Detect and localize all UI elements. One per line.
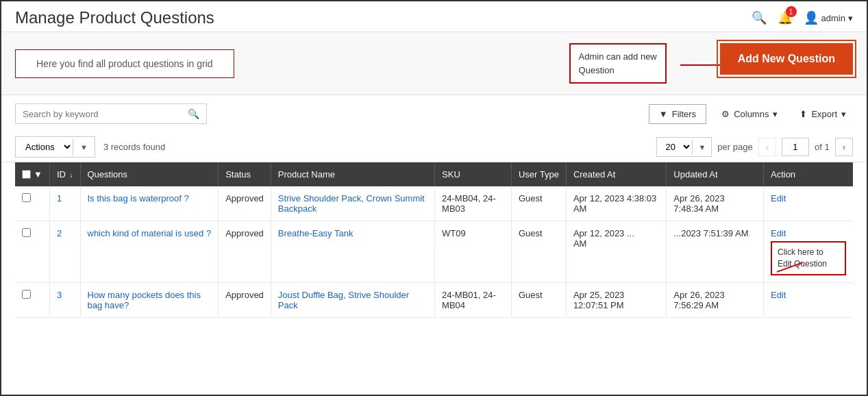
col-status[interactable]: Status [219,162,271,186]
chevron-down-icon: ▾ [848,13,853,23]
table-row: 1 Is this bag is waterproof ? Approved S… [15,186,853,221]
row2-id: 2 [49,221,80,283]
row3-created: Apr 25, 2023 12:07:51 PM [566,282,666,317]
col-product-name[interactable]: Product Name [271,162,434,186]
row3-product-link[interactable]: Joust Duffle Bag, Strive Shoulder Pack [278,290,409,310]
sub-header-banner: Here you find all product questions in g… [1,32,867,95]
next-page-button[interactable]: › [835,138,853,156]
table-row: 2 which kind of material is used ? Appro… [15,221,853,283]
page-title: Manage Product Questions [15,8,214,27]
add-new-question-button[interactable]: Add New Question [720,43,853,75]
row2-checkbox[interactable] [22,228,31,237]
id-sort-icon: ↓ [70,171,73,179]
search-box[interactable]: 🔍 [15,103,207,124]
col-action[interactable]: Action [763,162,853,186]
row3-checkbox-cell[interactable] [15,282,49,317]
gear-icon: ⚙ [721,109,730,119]
page-total: of 1 [815,142,830,152]
select-all-checkbox[interactable] [22,170,31,179]
row2-edit-link[interactable]: Edit [771,228,786,238]
row1-updated: Apr 26, 2023 7:48:34 AM [667,186,764,221]
row2-product-link[interactable]: Breathe-Easy Tank [278,228,354,238]
col-questions[interactable]: Questions [80,162,219,186]
filters-button[interactable]: ▼ Filters [649,104,706,124]
row3-user-type: Guest [511,282,566,317]
header-right: 🔍 🔔 1 👤 admin ▾ [752,10,853,25]
row3-updated: Apr 26, 2023 7:56:29 AM [667,282,764,317]
row2-user-type: Guest [511,221,566,283]
row1-status: Approved [219,186,271,221]
row1-question: Is this bag is waterproof ? [80,186,219,221]
export-icon: ⬆ [799,109,807,119]
columns-label: Columns [734,109,769,119]
records-count: 3 records found [103,142,165,152]
per-page-dropdown-icon[interactable]: ▼ [692,140,711,155]
chevron-down-icon: ▾ [773,109,778,119]
export-label: Export [811,109,837,119]
col-created-at[interactable]: Created At [566,162,666,186]
page-number-input[interactable] [782,138,809,156]
table-wrapper: ▼ ID ↓ Questions Status Product Name SKU… [1,162,867,332]
search-icon[interactable]: 🔍 [752,10,767,25]
col-updated-at[interactable]: Updated At [667,162,764,186]
col-sku[interactable]: SKU [435,162,512,186]
admin-label: admin [821,13,845,23]
row2-updated: ...2023 7:51:39 AM [667,221,764,283]
row1-checkbox-cell[interactable] [15,186,49,221]
per-page-select-wrapper[interactable]: 20 ▼ [656,137,712,157]
row3-sku: 24-MB01, 24-MB04 [435,282,512,317]
annotation-box: Admin can add new Question [569,43,667,84]
admin-menu-button[interactable]: 👤 admin ▾ [804,10,853,25]
row1-id: 1 [49,186,80,221]
row1-edit-link[interactable]: Edit [771,193,786,203]
row2-status: Approved [219,221,271,283]
search-box-icon: 🔍 [188,108,199,119]
search-input[interactable] [23,109,182,119]
notification-badge: 1 [786,6,797,17]
row3-edit-link[interactable]: Edit [771,290,786,300]
prev-page-button[interactable]: ‹ [758,138,776,156]
row3-status: Approved [219,282,271,317]
actions-select-wrapper[interactable]: Actions ▼ [15,136,95,158]
row3-id: 3 [49,282,80,317]
row2-question: which kind of material is used ? [80,221,219,283]
row1-product-link[interactable]: Strive Shoulder Pack, Crown Summit Backp… [278,193,425,214]
row1-created: Apr 12, 2023 4:38:03 AM [566,186,666,221]
export-button[interactable]: ⬆ Export ▾ [793,105,853,123]
col-id[interactable]: ID ↓ [49,162,80,186]
row2-id-link[interactable]: 2 [57,228,62,238]
col-user-type[interactable]: User Type [511,162,566,186]
per-page-select[interactable]: 20 [657,138,692,156]
row2-product: Breathe-Easy Tank [271,221,434,283]
row2-checkbox-cell[interactable] [15,221,49,283]
actions-select[interactable]: Actions [16,137,73,157]
sort-icon: ▼ [34,169,42,180]
toolbar: 🔍 ▼ Filters ⚙ Columns ▾ ⬆ Export ▾ [1,95,867,132]
table-row: 3 How many pockets does this bag have? A… [15,282,853,317]
row1-id-link[interactable]: 1 [57,193,62,203]
filters-label: Filters [672,109,696,119]
filter-icon: ▼ [659,109,668,119]
row2-question-text: which kind of material is used ? [88,228,212,238]
row2-action[interactable]: Edit Click here to Edit Question [763,221,853,283]
user-icon: 👤 [804,10,819,25]
row3-question: How many pockets does this bag have? [80,282,219,317]
row1-checkbox[interactable] [22,193,31,202]
notification-button[interactable]: 🔔 1 [778,10,793,25]
pagination-area: 20 ▼ per page ‹ of 1 › [656,137,853,157]
row3-id-link[interactable]: 3 [57,290,62,300]
col-checkbox[interactable]: ▼ [15,162,49,186]
row3-question-text: How many pockets does this bag have? [88,290,201,310]
per-page-label: per page [717,142,752,152]
row3-checkbox[interactable] [22,290,31,299]
actions-dropdown-icon[interactable]: ▼ [73,139,95,156]
row1-sku: 24-MB04, 24-MB03 [435,186,512,221]
actions-row: Actions ▼ 3 records found 20 ▼ per page … [1,132,867,162]
row1-question-text: Is this bag is waterproof ? [88,193,189,203]
row1-action[interactable]: Edit [763,186,853,221]
questions-table: ▼ ID ↓ Questions Status Product Name SKU… [15,162,853,318]
banner-description: Here you find all product questions in g… [15,49,234,78]
columns-button[interactable]: ⚙ Columns ▾ [715,105,784,123]
row2-sku: WT09 [435,221,512,283]
row3-action[interactable]: Edit [763,282,853,317]
